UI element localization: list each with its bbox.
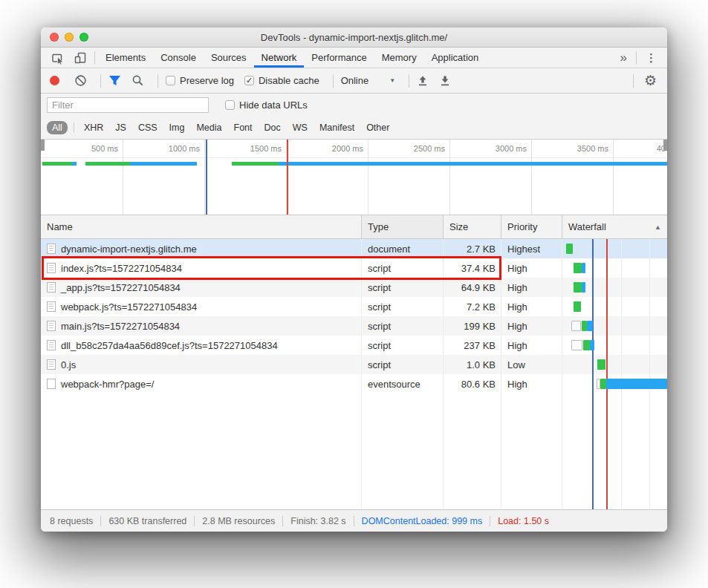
table-row[interactable]: main.js?ts=1572271054834script199 KBHigh bbox=[41, 316, 667, 336]
cell-type: script bbox=[362, 282, 444, 293]
column-header-name[interactable]: Name bbox=[41, 215, 362, 238]
type-filter-other[interactable]: Other bbox=[361, 121, 394, 134]
cell-name: index.js?ts=1572271054834 bbox=[41, 263, 362, 274]
filter-input[interactable] bbox=[47, 97, 209, 113]
table-row[interactable]: dll_b58c257da4aa56d89cef.js?ts=157227105… bbox=[41, 336, 667, 355]
timeline-tick-label: 2500 ms bbox=[368, 144, 445, 153]
tab-console[interactable]: Console bbox=[153, 48, 204, 68]
tab-performance[interactable]: Performance bbox=[304, 48, 374, 68]
throttling-value: Online bbox=[341, 75, 369, 86]
table-row[interactable]: webpack-hmr?page=/eventsource80.6 KBHigh bbox=[41, 374, 667, 393]
network-overview-timeline[interactable]: 500 ms1000 ms1500 ms2000 ms2500 ms3000 m… bbox=[41, 140, 667, 215]
type-filter-css[interactable]: CSS bbox=[133, 121, 163, 134]
summary-item: 2.8 MB resources bbox=[202, 516, 275, 526]
preserve-log-label: Preserve log bbox=[180, 75, 234, 86]
table-row[interactable]: dynamic-import-nextjs.glitch.medocument2… bbox=[41, 239, 667, 258]
cell-type: script bbox=[362, 263, 444, 274]
close-window-button[interactable] bbox=[50, 33, 59, 42]
type-filter-xhr[interactable]: XHR bbox=[79, 121, 108, 134]
checkbox-unchecked[interactable] bbox=[225, 100, 235, 110]
checkbox-checked[interactable]: ✓ bbox=[244, 76, 254, 85]
export-har-icon[interactable] bbox=[439, 75, 451, 87]
device-toolbar-icon[interactable] bbox=[69, 48, 91, 68]
checkbox-unchecked[interactable] bbox=[166, 76, 175, 85]
type-filter-js[interactable]: JS bbox=[110, 121, 131, 134]
type-filter-media[interactable]: Media bbox=[191, 121, 227, 134]
type-filter-doc[interactable]: Doc bbox=[259, 121, 286, 134]
cell-priority: Low bbox=[501, 359, 562, 370]
clear-network-log-icon[interactable] bbox=[74, 74, 87, 87]
tab-memory[interactable]: Memory bbox=[374, 48, 424, 68]
table-row[interactable]: 0.jsscript1.0 KBLow bbox=[41, 355, 667, 374]
column-header-priority[interactable]: Priority bbox=[501, 215, 562, 238]
filter-icon[interactable] bbox=[108, 75, 121, 86]
cell-waterfall bbox=[562, 278, 667, 297]
cell-priority: High bbox=[501, 340, 562, 351]
divider bbox=[633, 74, 634, 88]
type-filter-font[interactable]: Font bbox=[229, 121, 258, 134]
type-filter-all[interactable]: All bbox=[47, 121, 68, 134]
overview-left-handle[interactable] bbox=[41, 140, 45, 151]
column-separator bbox=[501, 239, 501, 509]
timeline-gridline bbox=[613, 140, 614, 215]
column-header-size[interactable]: Size bbox=[444, 215, 501, 238]
timeline-tick-label: 3000 ms bbox=[449, 144, 527, 153]
cell-priority: High bbox=[501, 301, 562, 313]
column-header-label: Waterfall bbox=[568, 221, 606, 232]
summary-item: DOMContentLoaded: 999 ms bbox=[362, 516, 483, 526]
preserve-log-checkbox[interactable]: Preserve log bbox=[166, 75, 234, 86]
cell-size: 199 KB bbox=[444, 321, 501, 332]
divider bbox=[100, 516, 101, 526]
waterfall-ttfb-bar bbox=[574, 301, 581, 312]
type-filter-manifest[interactable]: Manifest bbox=[314, 121, 360, 134]
overview-right-handle[interactable] bbox=[663, 140, 667, 151]
file-icon bbox=[47, 359, 56, 370]
import-har-icon[interactable] bbox=[417, 75, 429, 87]
tab-network[interactable]: Network bbox=[254, 48, 305, 68]
table-row[interactable]: _app.js?ts=1572271054834script64.9 KBHig… bbox=[41, 278, 667, 297]
network-summary-bar: 8 requests630 KB transferred2.8 MB resou… bbox=[41, 509, 667, 532]
divider bbox=[100, 74, 101, 88]
record-network-log-icon[interactable] bbox=[50, 76, 59, 85]
timeline-tick-label: 40 bbox=[639, 144, 666, 153]
file-icon bbox=[47, 321, 56, 331]
timeline-tick-label: 500 ms bbox=[41, 144, 118, 153]
cell-waterfall bbox=[562, 374, 667, 393]
zoom-window-button[interactable] bbox=[79, 33, 88, 42]
divider bbox=[74, 122, 74, 133]
type-filter-img[interactable]: Img bbox=[164, 121, 190, 134]
type-filter-ws[interactable]: WS bbox=[288, 121, 313, 134]
cell-name: webpack.js?ts=1572271054834 bbox=[41, 301, 362, 313]
throttling-dropdown[interactable]: Online ▼ bbox=[341, 75, 396, 86]
domcontentloaded-line bbox=[592, 239, 594, 509]
cell-size: 1.0 KB bbox=[444, 359, 501, 370]
tab-elements[interactable]: Elements bbox=[98, 48, 153, 68]
cell-type: script bbox=[362, 321, 444, 332]
table-row[interactable]: webpack.js?ts=1572271054834script7.2 KBH… bbox=[41, 297, 667, 316]
cell-priority: High bbox=[501, 321, 562, 332]
cell-size: 237 KB bbox=[444, 340, 501, 351]
inspect-element-icon[interactable] bbox=[47, 48, 69, 68]
table-row[interactable]: index.js?ts=1572271054834script37.4 KBHi… bbox=[41, 258, 667, 278]
gear-icon[interactable]: ⚙ bbox=[637, 72, 660, 89]
request-name: index.js?ts=1572271054834 bbox=[61, 263, 182, 274]
cell-name: dynamic-import-nextjs.glitch.me bbox=[41, 244, 362, 255]
column-header-type[interactable]: Type bbox=[362, 215, 444, 238]
more-tabs-icon[interactable]: » bbox=[614, 50, 633, 65]
column-header-waterfall[interactable]: Waterfall▲ bbox=[562, 215, 667, 238]
search-icon[interactable] bbox=[131, 74, 144, 87]
minimize-window-button[interactable] bbox=[65, 33, 74, 42]
divider bbox=[490, 516, 490, 526]
tab-sources[interactable]: Sources bbox=[204, 48, 254, 68]
hide-data-urls-checkbox[interactable]: Hide data URLs bbox=[225, 99, 308, 111]
traffic-lights bbox=[50, 33, 88, 42]
waterfall-download-bar bbox=[582, 263, 585, 273]
divider bbox=[94, 51, 95, 65]
tab-application[interactable]: Application bbox=[424, 48, 487, 68]
disable-cache-checkbox[interactable]: ✓ Disable cache bbox=[244, 75, 319, 86]
timeline-tick-label: 1500 ms bbox=[204, 144, 282, 153]
panel-tabs: ElementsConsoleSourcesNetworkPerformance… bbox=[98, 48, 486, 68]
devtools-menu-icon[interactable]: ⋮ bbox=[640, 51, 663, 65]
screenshot-root: { "window": { "title": "DevTools - dynam… bbox=[0, 0, 708, 588]
load-event-line bbox=[606, 239, 608, 509]
